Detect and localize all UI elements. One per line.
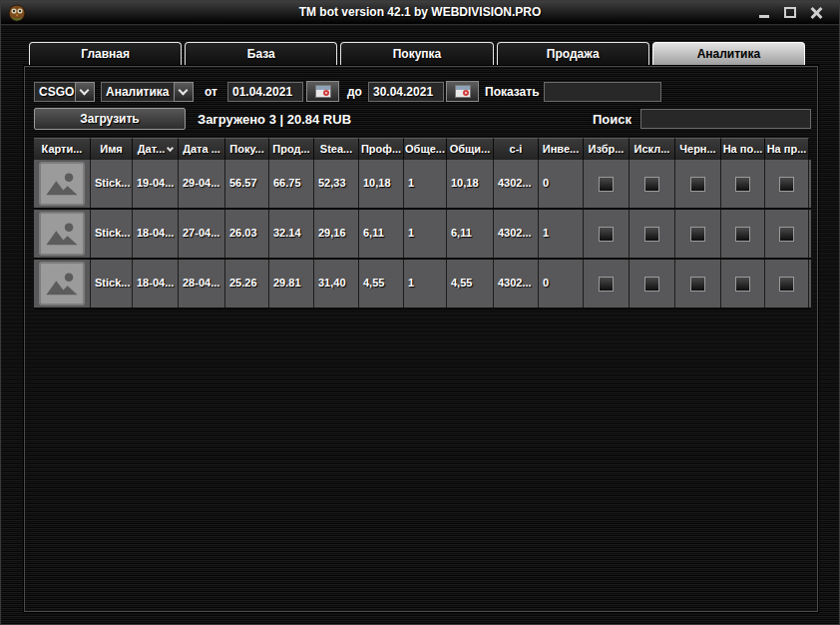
mode-select-arrow-button[interactable]: [174, 82, 194, 102]
table-row[interactable]: Stick... 18-04... 28-04... 25.26 29.81 3…: [34, 260, 811, 310]
col-header-on-buy[interactable]: На по...: [721, 138, 765, 160]
col-header-blacklist[interactable]: Черн...: [675, 138, 721, 160]
item-image-placeholder: [39, 262, 85, 306]
cell-buy-price: 26.03: [225, 210, 269, 258]
col-header-buy-price[interactable]: Поку...: [225, 138, 269, 160]
checkbox-on-sell[interactable]: [779, 177, 794, 192]
sort-arrow-icon: [167, 145, 174, 152]
checkbox-blacklist[interactable]: [690, 277, 705, 292]
to-date-calendar-button[interactable]: [446, 81, 479, 102]
cell-sell-date: 29-04...: [179, 160, 225, 208]
col-header-exclude[interactable]: Искл...: [630, 138, 675, 160]
chevron-down-icon: [80, 86, 90, 96]
checkbox-exclude[interactable]: [644, 227, 659, 242]
checkbox-on-buy[interactable]: [735, 227, 750, 242]
col-header-total-count[interactable]: Обще...: [404, 138, 447, 160]
tab-pokupka[interactable]: Покупка: [340, 42, 493, 66]
checkbox-on-buy[interactable]: [735, 277, 750, 292]
col-header-buy-date[interactable]: Дат...: [133, 138, 179, 160]
tab-bar: Главная База Покупка Продажа Аналитика: [29, 42, 805, 66]
cell-ci: 4302...: [494, 210, 539, 258]
calendar-icon: [455, 85, 471, 98]
item-image-placeholder: [39, 212, 85, 256]
to-date-input[interactable]: [368, 82, 444, 102]
game-select[interactable]: CSGO: [34, 82, 76, 102]
cell-steam-price: 52,33: [314, 160, 359, 208]
checkbox-favorites[interactable]: [599, 177, 614, 192]
checkbox-on-buy[interactable]: [735, 177, 750, 192]
close-button[interactable]: [809, 6, 825, 20]
cell-name: Stick...: [91, 260, 133, 308]
to-label: до: [347, 85, 362, 99]
col-header-steam[interactable]: Stea...: [314, 138, 359, 160]
maximize-button[interactable]: [783, 6, 799, 20]
analytics-table: Карти... Имя Дат... Дата ... Поку... Про…: [34, 138, 811, 310]
tab-glavnaya[interactable]: Главная: [29, 42, 182, 66]
cell-sell-price: 32.14: [269, 210, 314, 258]
from-label: от: [205, 85, 217, 99]
checkbox-on-sell[interactable]: [779, 227, 794, 242]
window-title: TM bot version 42.1 by WEBDIVISION.PRO: [1, 5, 839, 19]
table-header-row: Карти... Имя Дат... Дата ... Поку... Про…: [34, 138, 811, 160]
col-header-inventory[interactable]: Инве...: [539, 138, 584, 160]
cell-total-profit: 10,18: [447, 160, 494, 208]
app-window: TM bot version 42.1 by WEBDIVISION.PRO Г…: [0, 0, 840, 625]
cell-buy-date: 18-04...: [133, 210, 179, 258]
image-icon: [45, 169, 79, 199]
col-header-on-sell[interactable]: На пр...: [765, 138, 809, 160]
image-icon: [45, 219, 79, 249]
minimize-icon: [759, 15, 769, 18]
checkbox-blacklist[interactable]: [690, 227, 705, 242]
cell-count: 1: [404, 160, 447, 208]
cell-count: 1: [404, 210, 447, 258]
cell-count: 1: [404, 260, 447, 308]
checkbox-exclude[interactable]: [644, 277, 659, 292]
cell-buy-price: 25.26: [225, 260, 269, 308]
col-header-favorites[interactable]: Избр...: [584, 138, 630, 160]
col-header-profit[interactable]: Проф...: [359, 138, 404, 160]
from-date-calendar-button[interactable]: [306, 81, 339, 102]
cell-sell-price: 66.75: [269, 160, 314, 208]
checkbox-favorites[interactable]: [599, 277, 614, 292]
cell-ci: 4302...: [494, 260, 539, 308]
table-row[interactable]: Stick... 19-04... 29-04... 56.57 66.75 5…: [34, 160, 811, 210]
cell-inventory: 1: [539, 210, 584, 258]
cell-sell-date: 28-04...: [179, 260, 225, 308]
cell-steam-price: 29,16: [314, 210, 359, 258]
load-button[interactable]: Загрузить: [34, 108, 186, 130]
cell-name: Stick...: [91, 210, 133, 258]
cell-profit: 6,11: [359, 210, 404, 258]
col-header-name[interactable]: Имя: [91, 138, 133, 160]
search-input[interactable]: [640, 109, 811, 129]
col-header-sell-date[interactable]: Дата ...: [179, 138, 225, 160]
cell-total-profit: 4,55: [447, 260, 494, 308]
checkbox-on-sell[interactable]: [779, 277, 794, 292]
tab-analitika[interactable]: Аналитика: [652, 42, 805, 66]
col-header-image[interactable]: Карти...: [34, 138, 91, 160]
maximize-icon: [784, 7, 796, 18]
cell-buy-date: 18-04...: [133, 260, 179, 308]
checkbox-blacklist[interactable]: [690, 177, 705, 192]
cell-sell-date: 27-04...: [179, 210, 225, 258]
cell-inventory: 0: [539, 160, 584, 208]
item-image-placeholder: [39, 162, 85, 206]
col-header-total-profit[interactable]: Общи...: [447, 138, 494, 160]
table-row[interactable]: Stick... 18-04... 27-04... 26.03 32.14 2…: [34, 210, 811, 260]
cell-name: Stick...: [91, 160, 133, 208]
cell-inventory: 0: [539, 260, 584, 308]
titlebar: TM bot version 42.1 by WEBDIVISION.PRO: [1, 1, 839, 25]
game-select-arrow-button[interactable]: [75, 82, 95, 102]
col-header-sell-price[interactable]: Прод...: [269, 138, 314, 160]
from-date-input[interactable]: [227, 82, 303, 102]
mode-select[interactable]: Аналитика: [101, 82, 175, 102]
show-input[interactable]: [544, 82, 661, 102]
cell-profit: 10,18: [359, 160, 404, 208]
minimize-button[interactable]: [757, 6, 773, 20]
cell-sell-price: 29.81: [269, 260, 314, 308]
checkbox-exclude[interactable]: [644, 177, 659, 192]
tab-baza[interactable]: База: [185, 42, 337, 66]
chevron-down-icon: [179, 86, 189, 96]
checkbox-favorites[interactable]: [599, 227, 614, 242]
col-header-ci[interactable]: c-i: [494, 138, 539, 160]
tab-prodazha[interactable]: Продажа: [497, 42, 649, 66]
